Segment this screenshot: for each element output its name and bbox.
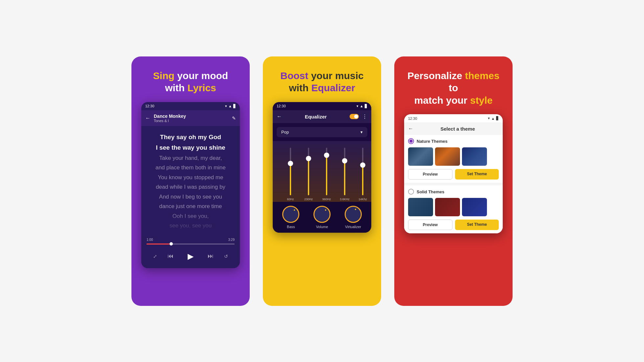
prev-icon[interactable]: ⏮ — [168, 253, 173, 260]
eq-status-icons: ▾ ▲ ▊ — [356, 104, 367, 108]
nature-themes-label: Nature Themes — [417, 139, 448, 144]
song-title: Dance Monkey — [154, 114, 229, 119]
lyrics-line-6: dead while I was passing by — [147, 183, 235, 191]
progress-fill — [147, 244, 171, 245]
nature-radio[interactable] — [408, 138, 414, 144]
play-button[interactable]: ▶ — [184, 250, 197, 263]
svg-text:960Hz: 960Hz — [322, 198, 331, 201]
lyrics-phone: 12:30 ▾ ▲ ▊ ← Dance Monkey Tones & I ✎ T… — [141, 102, 240, 268]
solid-set-theme-button[interactable]: Set Theme — [455, 220, 499, 230]
lyrics-header: ← Dance Monkey Tones & I ✎ — [141, 110, 240, 126]
lyrics-line-5: You know you stopped me — [147, 173, 235, 182]
lyrics-card: Sing your moodwith Lyrics 12:30 ▾ ▲ ▊ ← … — [131, 56, 250, 306]
title-highlight-themes: themes — [465, 70, 499, 81]
nature-set-theme-button[interactable]: Set Theme — [455, 169, 499, 180]
signal-icon: ▲ — [228, 104, 232, 108]
next-icon[interactable]: ⏭ — [208, 253, 214, 260]
nature-thumb-2[interactable] — [435, 147, 460, 166]
virtualizer-knob-indicator — [355, 209, 356, 210]
svg-rect-1 — [290, 164, 291, 195]
title-highlight-eq: Equalizer — [311, 82, 355, 93]
theme-status-icons: ▾ ▲ ▊ — [488, 116, 499, 120]
shuffle-icon[interactable]: ⤢ — [153, 254, 157, 259]
edit-icon[interactable]: ✎ — [232, 116, 236, 121]
nature-thumb-3[interactable] — [462, 147, 487, 166]
solid-section-header: Solid Themes — [408, 189, 499, 195]
theme-wifi-icon: ▾ — [488, 116, 490, 120]
lyrics-line-3: Take your hand, my dear, — [147, 154, 235, 162]
theme-signal-icon: ▲ — [491, 117, 495, 120]
lyrics-line-4: and place them both in mine — [147, 163, 235, 172]
nature-themes-section: Nature Themes Preview Set Theme — [404, 135, 503, 183]
bass-knob[interactable] — [282, 206, 299, 223]
eq-toggle[interactable] — [350, 114, 359, 119]
nature-preview-button[interactable]: Preview — [408, 169, 452, 180]
lyrics-card-title: Sing your moodwith Lyrics — [153, 70, 228, 94]
status-bar: 12:30 ▾ ▲ ▊ — [141, 102, 240, 110]
theme-header-title: Select a theme — [417, 126, 499, 132]
controls-row: ⤢ ⏮ ▶ ⏭ ↺ — [141, 247, 240, 268]
battery-icon: ▊ — [233, 104, 236, 108]
lyrics-line-2: I see the way you shine — [147, 143, 235, 153]
solid-thumbnails — [408, 198, 499, 216]
eq-card-title: Boost your musicwith Equalizer — [280, 70, 363, 94]
virtualizer-knob[interactable] — [345, 206, 362, 223]
title-highlight-lyrics: Lyrics — [188, 82, 216, 93]
solid-thumb-3[interactable] — [462, 198, 487, 216]
volume-knob-col: Volume — [313, 206, 331, 229]
nature-thumb-1[interactable] — [408, 147, 433, 166]
eq-back-arrow[interactable]: ← — [277, 114, 282, 119]
nature-theme-buttons: Preview Set Theme — [408, 169, 499, 180]
toggle-dot — [354, 115, 358, 118]
svg-text:230Hz: 230Hz — [304, 198, 313, 201]
solid-thumb-2[interactable] — [435, 198, 460, 216]
eq-header: ← Equalizer ⋮ — [273, 110, 371, 123]
solid-thumb-1[interactable] — [408, 198, 433, 216]
main-container: Sing your moodwith Lyrics 12:30 ▾ ▲ ▊ ← … — [0, 43, 644, 319]
progress-bar[interactable] — [147, 244, 235, 245]
svg-rect-7 — [326, 156, 327, 195]
lyrics-line-1: They say oh my God — [147, 133, 235, 142]
theme-header: ← Select a theme — [404, 122, 503, 135]
nature-section-header: Nature Themes — [408, 138, 499, 144]
svg-point-14 — [360, 162, 365, 168]
svg-text:60Hz: 60Hz — [287, 198, 294, 201]
solid-radio[interactable] — [408, 189, 414, 195]
progress-section: 1:00 3:29 — [141, 235, 240, 247]
eq-knobs-section: Bass Volume Virtualizer — [273, 202, 371, 233]
time-current: 1:00 — [147, 238, 153, 242]
theme-status-time: 12:30 — [408, 117, 417, 120]
svg-point-11 — [342, 158, 347, 163]
bass-knob-indicator — [294, 209, 295, 211]
svg-point-5 — [306, 156, 311, 161]
artist-name: Tones & I — [154, 119, 229, 123]
theme-battery-icon: ▊ — [496, 116, 499, 120]
bass-label: Bass — [287, 225, 295, 229]
title-highlight-sing: Sing — [153, 70, 174, 81]
eq-sliders-svg: 60Hz 230Hz 960Hz 3.6KHz 14Khz — [277, 141, 367, 202]
repeat-icon[interactable]: ↺ — [224, 254, 228, 259]
nature-thumbnails — [408, 147, 499, 166]
eq-wifi-icon: ▾ — [356, 104, 358, 108]
theme-status-bar: 12:30 ▾ ▲ ▊ — [404, 114, 503, 122]
themes-card: Personalize themes tomatch your style 12… — [394, 56, 513, 306]
time-total: 3:29 — [228, 238, 235, 242]
progress-dot — [170, 242, 173, 245]
eq-preset-dropdown[interactable]: Pop ▾ — [277, 127, 367, 137]
equalizer-card: Boost your musicwith Equalizer 12:30 ▾ ▲… — [263, 56, 381, 306]
svg-point-2 — [288, 161, 293, 166]
solid-themes-section: Solid Themes Preview Set Theme — [404, 185, 503, 233]
virtualizer-label: Virtualizer — [345, 225, 361, 229]
eq-preset-value: Pop — [281, 130, 289, 135]
theme-back-arrow[interactable]: ← — [408, 126, 413, 132]
solid-preview-button[interactable]: Preview — [408, 220, 452, 230]
svg-text:14Khz: 14Khz — [358, 198, 367, 201]
back-arrow-icon[interactable]: ← — [145, 115, 150, 121]
volume-knob[interactable] — [313, 206, 331, 223]
more-options-icon[interactable]: ⋮ — [362, 114, 367, 120]
eq-status-bar: 12:30 ▾ ▲ ▊ — [273, 102, 371, 110]
volume-label: Volume — [316, 225, 328, 229]
radio-inner — [409, 139, 413, 143]
eq-signal-icon: ▲ — [360, 104, 363, 108]
svg-point-8 — [324, 153, 329, 158]
